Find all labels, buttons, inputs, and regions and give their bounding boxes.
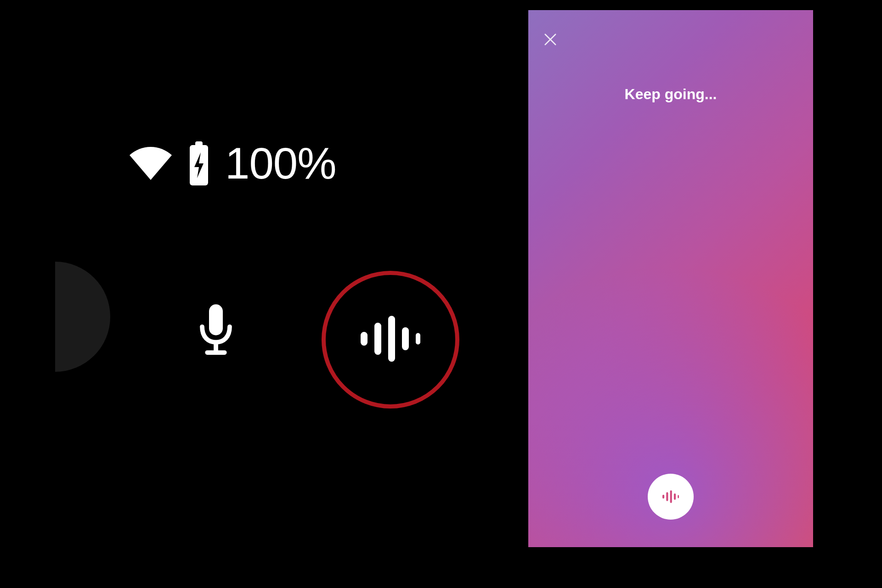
svg-rect-9: [416, 333, 420, 345]
status-bar: 100%: [129, 141, 336, 185]
svg-rect-16: [678, 495, 679, 498]
svg-rect-2: [209, 304, 223, 336]
close-button[interactable]: [540, 30, 560, 50]
svg-rect-12: [662, 495, 664, 498]
zoomed-status-area: 100%: [0, 0, 528, 588]
svg-rect-14: [670, 490, 672, 503]
song-search-screen: Keep going...: [528, 10, 813, 547]
sound-search-button-highlighted[interactable]: [322, 271, 459, 409]
microphone-icon: [195, 304, 237, 361]
sound-wave-icon: [662, 490, 679, 504]
wifi-icon: [129, 147, 173, 180]
svg-rect-13: [666, 492, 668, 501]
battery-level-text: 100%: [225, 141, 336, 185]
svg-rect-5: [361, 332, 368, 346]
listening-prompt: Keep going...: [528, 86, 813, 103]
close-icon: [543, 33, 557, 48]
svg-rect-6: [374, 323, 381, 355]
svg-rect-8: [402, 327, 409, 350]
battery-charging-icon: [186, 141, 212, 185]
svg-rect-15: [674, 493, 676, 500]
svg-rect-1: [195, 141, 203, 147]
sound-wave-icon: [361, 316, 420, 364]
microphone-button[interactable]: [186, 303, 246, 363]
svg-rect-7: [388, 316, 395, 362]
sound-search-record-button[interactable]: [648, 474, 694, 520]
screen-edge-indicator: [55, 262, 110, 372]
